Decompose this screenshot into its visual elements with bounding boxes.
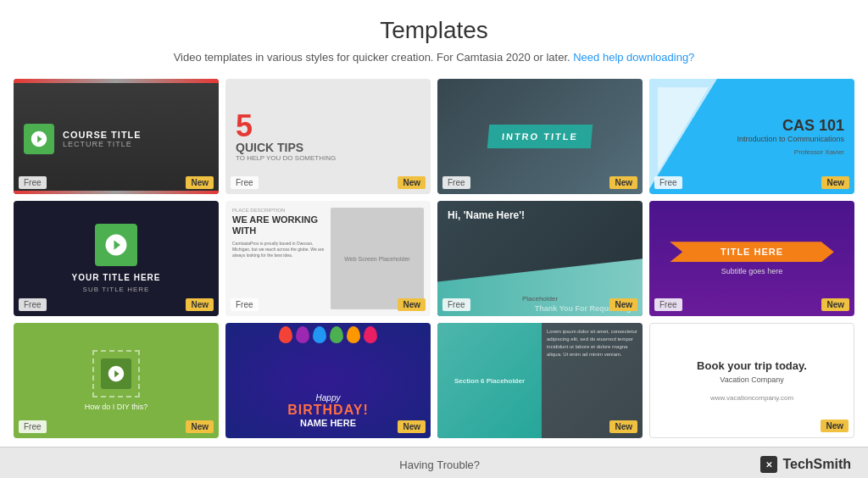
badge-new-9: New [186,420,214,433]
card-10-name: NAME HERE [300,418,356,428]
techsmith-logo-icon: ✕ [760,456,777,473]
badge-free-9: Free [19,420,47,433]
card-10-balloons [225,326,431,343]
card-4-cas: CAS 101 [737,117,844,135]
page-header: Templates Video templates in various sty… [0,0,868,70]
template-card-1[interactable]: COURSE TITLE LECTURE TITLE Free New [14,79,219,194]
card-9-inner: How do I DIY this? Free New [14,323,219,438]
badge-new-6: New [398,298,426,311]
balloon-6 [364,326,377,343]
badge-free-1: Free [19,176,47,189]
course-title: COURSE TITLE [63,130,142,140]
template-card-5[interactable]: YOUR TITLE HERE SUB TITLE HERE Free New [14,201,219,316]
badge-free-7: Free [442,298,470,311]
card-5-subtitle: SUB TITLE HERE [83,286,150,293]
card-11-inner: Section 6 Placeholder Lorem ipsum dolor … [437,323,643,438]
card-9-icon [101,358,131,389]
card-9-dotted [92,350,140,397]
template-card-12[interactable]: Book your trip today. Vacation Company w… [649,323,854,438]
card-7-placeholder: Placeholder [448,295,632,303]
card-8-title: TITLE HERE [670,242,834,262]
template-card-4[interactable]: CAS 101 Introduction to Communications P… [649,79,854,194]
card-1-bottom-stripe [14,191,219,194]
card-3-inner: INTRO TITLE Free New [437,79,643,194]
card-6-headline: WE ARE WORKING WITH [232,214,326,236]
card-12-headline: Book your trip today. [697,359,807,372]
card-2-inner: 5 QUICK TIPS TO HELP YOU DO SOMETHING Fr… [225,79,431,194]
card-6-left: PLACE DESCRIPTION WE ARE WORKING WITH Ca… [232,208,326,309]
card-4-text: CAS 101 Introduction to Communications P… [737,117,844,156]
badge-free-4: Free [654,176,682,189]
card-8-subtitle: Subtitle goes here [721,267,783,275]
balloon-1 [279,326,292,343]
balloon-5 [347,326,360,343]
card-7-inner: Hi, 'Name Here'! Placeholder Thank You F… [437,201,643,316]
card-10-happy: Happy [316,393,341,403]
card-10-birthday: BIRTHDAY! [287,403,369,418]
card-6-placeholder-text: Web Screen Placeholder [344,256,409,262]
template-card-3[interactable]: INTRO TITLE Free New [437,79,643,194]
template-card-7[interactable]: Hi, 'Name Here'! Placeholder Thank You F… [437,201,643,316]
badge-new-10: New [398,420,426,433]
card-6-body: CamtasiaPros is proudly based in Owosso,… [232,241,326,258]
template-card-2[interactable]: 5 QUICK TIPS TO HELP YOU DO SOMETHING Fr… [225,79,431,194]
balloon-3 [313,326,326,343]
badge-free-3: Free [442,176,470,189]
card-9-question: How do I DIY this? [85,403,147,411]
card-10-inner: Happy BIRTHDAY! NAME HERE New [225,323,431,438]
lecture-title: LECTURE TITLE [63,140,142,148]
template-card-10[interactable]: Happy BIRTHDAY! NAME HERE New [225,323,431,438]
techsmith-name: TechSmith [782,457,851,472]
having-trouble-text: Having Trouble? [119,459,760,471]
card-6-label: PLACE DESCRIPTION [232,208,326,213]
badge-new-8: New [821,298,849,311]
template-card-6[interactable]: PLACE DESCRIPTION WE ARE WORKING WITH Ca… [225,201,431,316]
badge-new-5: New [186,298,214,311]
badge-new-12: New [821,420,849,432]
card-1-text: COURSE TITLE LECTURE TITLE [63,130,142,148]
card-6-placeholder: Web Screen Placeholder [331,208,424,309]
techsmith-branding: ✕ TechSmith [760,456,851,473]
card-12-inner: Book your trip today. Vacation Company w… [650,324,854,437]
card-3-title: INTRO TITLE [487,125,593,148]
page-wrapper: Templates Video templates in various sty… [0,0,868,478]
card-2-line2: TO HELP YOU DO SOMETHING [236,154,420,162]
card-6-inner: PLACE DESCRIPTION WE ARE WORKING WITH Ca… [225,201,431,316]
card-4-triangle2 [658,87,709,172]
camtasia-icon [24,124,54,154]
badge-new-11: New [609,420,637,433]
badge-new-3: New [609,176,637,189]
template-card-9[interactable]: How do I DIY this? Free New [14,323,219,438]
templates-grid: COURSE TITLE LECTURE TITLE Free New 5 QU… [0,70,868,447]
balloon-4 [330,326,343,343]
card-5-inner: YOUR TITLE HERE SUB TITLE HERE Free New [14,201,219,316]
badge-free-5: Free [19,298,47,311]
badge-free-8: Free [654,298,682,311]
card-11-lorem: Lorem ipsum dolor sit amet, consectetur … [547,328,637,358]
card-12-website: www.vacationcompany.com [710,394,793,402]
card-8-inner: TITLE HERE Subtitle goes here Free New [649,201,854,316]
template-card-8[interactable]: TITLE HERE Subtitle goes here Free New [649,201,854,316]
balloon-2 [296,326,309,343]
badge-new-7: New [609,298,637,311]
card-12-company: Vacation Company [720,375,783,384]
badge-free-2: Free [231,176,259,189]
card-1-inner: COURSE TITLE LECTURE TITLE Free New [14,79,219,194]
card-7-greeting: Hi, 'Name Here'! [448,209,525,221]
card-5-icon [95,224,137,266]
badge-new-4: New [821,176,849,189]
card-4-prof: Professor Xavier [737,148,844,156]
card-2-number: 5 [236,111,420,142]
card-4-inner: CAS 101 Introduction to Communications P… [649,79,854,194]
card-5-title: YOUR TITLE HERE [71,273,160,282]
page-subtitle: Video templates in various styles for qu… [17,51,851,64]
page-footer: Having Trouble? ✕ TechSmith [0,447,868,478]
card-2-line1: QUICK TIPS [236,142,420,154]
badge-new-1: New [186,176,214,189]
help-link[interactable]: Need help downloading? [573,51,694,64]
card-11-section: Section 6 Placeholder [454,377,525,385]
badge-new-2: New [398,176,426,189]
template-card-11[interactable]: Section 6 Placeholder Lorem ipsum dolor … [437,323,643,438]
page-title: Templates [17,17,851,44]
card-11-left: Section 6 Placeholder [437,323,542,438]
